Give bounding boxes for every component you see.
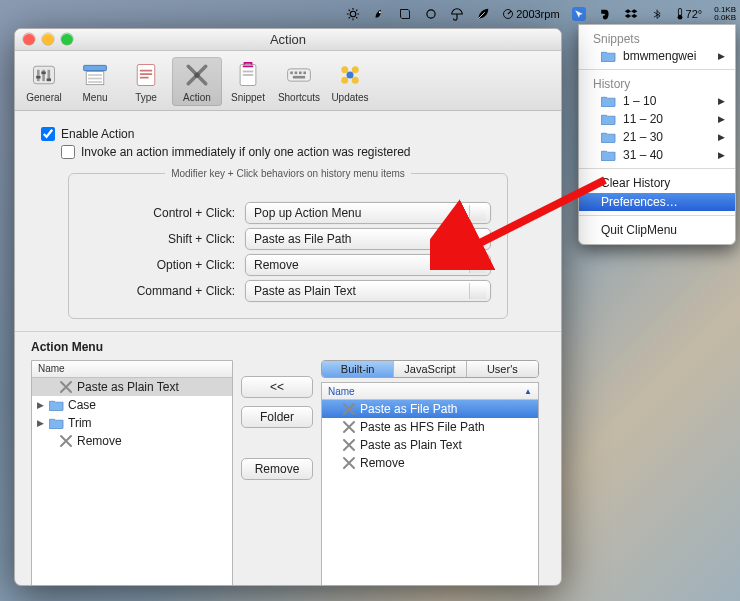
tab-builtin[interactable]: Built-in — [322, 361, 393, 377]
invoke-immediately-input[interactable] — [61, 145, 75, 159]
list-item[interactable]: Paste as Plain Text — [32, 378, 232, 396]
history-item[interactable]: 1 – 10 — [579, 92, 735, 110]
svg-rect-25 — [243, 74, 254, 76]
disclosure-triangle-icon[interactable]: ▶ — [36, 418, 45, 428]
list-header[interactable]: Name ▲ — [322, 383, 538, 400]
bluetooth-icon[interactable] — [650, 7, 664, 21]
preferences-item[interactable]: Preferences… — [579, 193, 735, 211]
list-item[interactable]: Remove — [322, 454, 538, 472]
history-item[interactable]: 31 – 40 — [579, 146, 735, 164]
svg-rect-12 — [47, 79, 51, 82]
temperature-indicator[interactable]: 72° — [676, 7, 703, 21]
tab-label: Action — [183, 92, 211, 103]
traffic-lights — [23, 33, 73, 45]
svg-rect-30 — [303, 72, 306, 75]
tab-shortcuts[interactable]: Shortcuts — [274, 57, 324, 106]
history-label: 31 – 40 — [623, 148, 663, 162]
dropbox-icon[interactable] — [624, 7, 638, 21]
snippets-header: Snippets — [579, 29, 735, 47]
temperature-value: 72° — [686, 8, 703, 20]
network-speed[interactable]: 0.1KB 0.0KB — [714, 6, 736, 22]
list-item[interactable]: Remove — [32, 432, 232, 450]
list-item[interactable]: ▶Trim — [32, 414, 232, 432]
folder-button[interactable]: Folder — [241, 406, 313, 428]
move-button[interactable]: << — [241, 376, 313, 398]
rocket-icon[interactable] — [372, 7, 386, 21]
leaf-icon[interactable] — [476, 7, 490, 21]
tab-label: General — [26, 92, 62, 103]
svg-rect-26 — [288, 69, 311, 81]
umbrella-icon[interactable] — [450, 7, 464, 21]
svg-rect-19 — [140, 70, 152, 72]
enable-action-input[interactable] — [41, 127, 55, 141]
command-click-label: Command + Click: — [85, 284, 235, 298]
control-click-select[interactable]: Pop up Action Menu▲▼ — [245, 202, 491, 224]
list-item[interactable]: Paste as File Path — [322, 400, 538, 418]
tab-users[interactable]: User's — [466, 361, 538, 377]
minimize-button[interactable] — [42, 33, 54, 45]
svg-point-34 — [341, 77, 348, 84]
control-click-label: Control + Click: — [85, 206, 235, 220]
rpm-indicator[interactable]: 2003rpm — [502, 8, 559, 20]
history-item[interactable]: 21 – 30 — [579, 128, 735, 146]
tab-label: Updates — [331, 92, 368, 103]
tab-label: Menu — [82, 92, 107, 103]
disclosure-triangle-icon[interactable]: ▶ — [36, 400, 45, 410]
history-item[interactable]: 11 – 20 — [579, 110, 735, 128]
sort-asc-icon: ▲ — [524, 387, 532, 396]
shift-click-select[interactable]: Paste as File Path▲▼ — [245, 228, 491, 250]
enable-action-label: Enable Action — [61, 127, 134, 141]
script-icon[interactable] — [398, 7, 412, 21]
tab-javascript[interactable]: JavaScript — [393, 361, 465, 377]
svg-rect-11 — [41, 72, 45, 75]
list-item[interactable]: Paste as HFS File Path — [322, 418, 538, 436]
available-actions-list[interactable]: Name ▲ Paste as File PathPaste as HFS Fi… — [321, 382, 539, 586]
macos-menubar: 2003rpm 72° 0.1KB 0.0KB — [346, 4, 736, 24]
list-item[interactable]: ▶Case — [32, 396, 232, 414]
svg-rect-24 — [243, 71, 254, 73]
menu-icon — [80, 60, 110, 90]
svg-rect-15 — [88, 74, 102, 76]
command-click-select[interactable]: Paste as Plain Text▲▼ — [245, 280, 491, 302]
zoom-button[interactable] — [61, 33, 73, 45]
preferences-window: Action General Menu Type Action Snippet … — [14, 28, 562, 586]
action-icon — [182, 60, 212, 90]
modifier-group-title: Modifier key + Click behaviors on histor… — [69, 168, 507, 179]
enable-action-checkbox[interactable]: Enable Action — [41, 127, 535, 141]
tab-label: Snippet — [231, 92, 265, 103]
divider — [15, 331, 561, 332]
list-item[interactable]: Paste as Plain Text — [322, 436, 538, 454]
svg-rect-27 — [290, 72, 293, 75]
menu-separator — [579, 215, 735, 216]
tab-general[interactable]: General — [19, 57, 69, 106]
svg-point-36 — [347, 72, 354, 79]
list-header[interactable]: Name — [32, 361, 232, 378]
clipmenu-icon[interactable] — [572, 7, 586, 21]
tab-snippet[interactable]: Snippet — [223, 57, 273, 106]
remove-button[interactable]: Remove — [241, 458, 313, 480]
circle-icon[interactable] — [424, 7, 438, 21]
tab-menu[interactable]: Menu — [70, 57, 120, 106]
tab-updates[interactable]: Updates — [325, 57, 375, 106]
invoke-immediately-checkbox[interactable]: Invoke an action immediately if only one… — [61, 145, 535, 159]
net-download: 0.0KB — [714, 14, 736, 22]
svg-rect-8 — [42, 70, 45, 81]
option-click-select[interactable]: Remove▲▼ — [245, 254, 491, 276]
tab-action[interactable]: Action — [172, 57, 222, 106]
tab-type[interactable]: Type — [121, 57, 171, 106]
shift-click-label: Shift + Click: — [85, 232, 235, 246]
clear-history-item[interactable]: Clear History — [579, 173, 735, 193]
snippet-item[interactable]: bmwmengwei — [579, 47, 735, 65]
clipmenu-dropdown: Snippets bmwmengwei History 1 – 10 11 – … — [578, 24, 736, 245]
svg-rect-4 — [678, 8, 681, 15]
action-menu-list[interactable]: Name Paste as Plain Text▶Case▶TrimRemove — [31, 360, 233, 586]
close-button[interactable] — [23, 33, 35, 45]
window-titlebar[interactable]: Action — [15, 29, 561, 51]
gear-icon[interactable] — [346, 7, 360, 21]
svg-point-5 — [677, 15, 682, 20]
evernote-icon[interactable] — [598, 7, 612, 21]
history-label: 1 – 10 — [623, 94, 656, 108]
preferences-toolbar: General Menu Type Action Snippet Shortcu… — [15, 51, 561, 111]
quit-item[interactable]: Quit ClipMenu — [579, 220, 735, 240]
sliders-icon — [29, 60, 59, 90]
